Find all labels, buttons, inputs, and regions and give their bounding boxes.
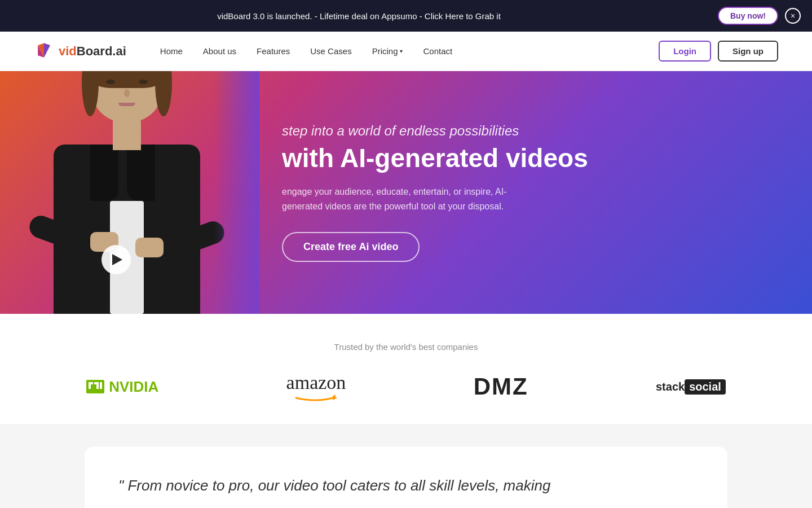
navbar: vidBoard.ai Home About us Features Use C… <box>0 32 812 71</box>
buy-now-button[interactable]: Buy now! <box>718 7 778 25</box>
trusted-section: Trusted by the world's best companies NV… <box>0 314 812 424</box>
hero-image-overlay <box>214 71 259 314</box>
hair-shape <box>87 71 166 88</box>
hero-subtitle: step into a world of endless possibiliti… <box>282 123 767 139</box>
dmz-logo: DMZ <box>474 373 528 400</box>
lapel-left <box>90 144 118 201</box>
eye-left <box>106 80 115 84</box>
login-button[interactable]: Login <box>659 41 711 62</box>
cta-button[interactable]: Create free Ai video <box>282 232 420 262</box>
nav-link-features[interactable]: Features <box>257 46 290 56</box>
head-shape <box>90 71 164 122</box>
auth-buttons: Login Sign up <box>659 41 778 62</box>
stack-text: stack <box>656 380 685 393</box>
logos-row: NVIDIA amazon DMZ stack social <box>34 372 778 401</box>
nav-link-use-cases[interactable]: Use Cases <box>310 46 351 56</box>
chevron-down-icon: ▾ <box>400 48 403 54</box>
social-text: social <box>685 379 726 395</box>
hand-right <box>135 238 164 257</box>
amazon-logo: amazon <box>286 372 346 401</box>
hero-content: step into a world of endless possibiliti… <box>259 71 812 314</box>
hero-section: step into a world of endless possibiliti… <box>0 71 812 314</box>
hero-description: engage your audience, educate, entertain… <box>282 185 541 213</box>
announcement-text: vidBoard 3.0 is launched. - Lifetime dea… <box>11 11 707 21</box>
svg-marker-3 <box>100 382 102 389</box>
close-announcement-button[interactable]: × <box>785 8 801 24</box>
amazon-arrow-icon <box>293 393 338 401</box>
lapel-right <box>127 144 155 201</box>
testimonial-text: " From novice to pro, our video tool cat… <box>118 475 694 497</box>
hero-image-area <box>0 71 259 314</box>
nose-shape <box>124 89 130 97</box>
testimonial-card: " From novice to pro, our video tool cat… <box>85 446 727 508</box>
logo-icon <box>34 41 54 62</box>
eye-right <box>139 80 148 84</box>
nav-link-about[interactable]: About us <box>203 46 236 56</box>
nav-link-home[interactable]: Home <box>160 46 183 56</box>
testimonial-section: " From novice to pro, our video tool cat… <box>0 424 812 508</box>
pricing-label: Pricing <box>372 46 398 56</box>
logo-text: vidBoard.ai <box>59 44 126 59</box>
signup-button[interactable]: Sign up <box>718 41 778 62</box>
stacksocial-logo: stack social <box>656 379 726 395</box>
hero-title: with AI-generated videos <box>282 143 767 173</box>
mouth-shape <box>118 103 135 106</box>
nvidia-logo: NVIDIA <box>86 378 158 396</box>
dmz-text: DMZ <box>474 373 528 400</box>
amazon-text: amazon <box>286 372 346 393</box>
nvidia-text: NVIDIA <box>109 378 158 396</box>
trusted-label: Trusted by the world's best companies <box>34 342 778 352</box>
logo-link[interactable]: vidBoard.ai <box>34 41 126 62</box>
nvidia-icon <box>86 380 104 393</box>
announcement-bar: vidBoard 3.0 is launched. - Lifetime dea… <box>0 0 812 32</box>
pricing-dropdown[interactable]: Pricing ▾ <box>372 46 403 56</box>
nav-links: Home About us Features Use Cases Pricing… <box>160 46 659 56</box>
hero-person <box>17 71 237 314</box>
play-button[interactable] <box>102 245 131 274</box>
nav-link-contact[interactable]: Contact <box>423 46 452 56</box>
play-icon <box>112 254 122 265</box>
